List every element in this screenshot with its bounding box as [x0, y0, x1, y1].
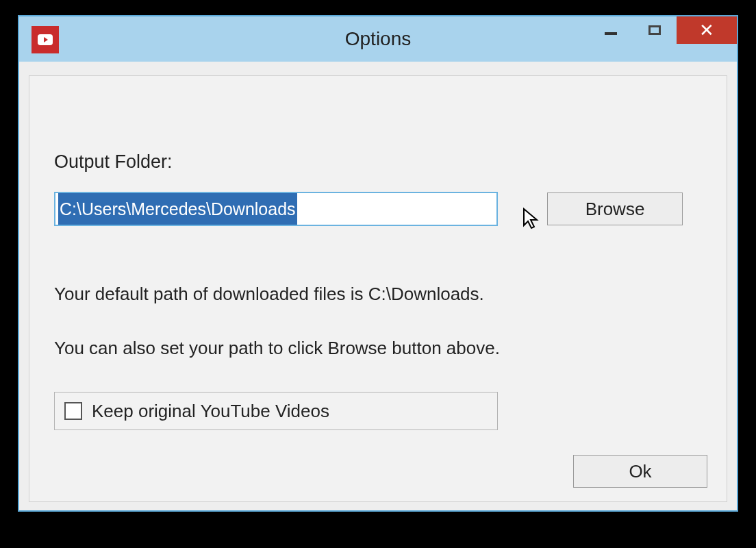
browse-button[interactable]: Browse: [547, 192, 683, 225]
titlebar[interactable]: Options ✕: [19, 16, 737, 62]
minimize-icon: [605, 32, 617, 35]
output-folder-label: Output Folder:: [54, 151, 702, 173]
minimize-button[interactable]: [589, 16, 633, 44]
output-path-input[interactable]: C:\Users\Mercedes\Downloads: [54, 192, 498, 226]
keep-original-label: Keep original YouTube Videos: [92, 401, 329, 422]
maximize-icon: [648, 25, 661, 35]
window-controls: ✕: [589, 16, 737, 44]
maximize-button[interactable]: [633, 16, 677, 44]
options-dialog: Options ✕ Output Folder: C:\Users\Merced…: [18, 15, 738, 512]
keep-original-option[interactable]: Keep original YouTube Videos: [54, 392, 498, 430]
keep-original-checkbox[interactable]: [64, 402, 82, 420]
youtube-icon: [38, 34, 53, 45]
app-icon: [32, 26, 59, 53]
close-icon: ✕: [699, 20, 714, 41]
output-folder-row: C:\Users\Mercedes\Downloads Browse: [54, 192, 702, 226]
close-button[interactable]: ✕: [677, 16, 737, 44]
browse-hint: You can also set your path to click Brow…: [54, 338, 702, 359]
selected-text: C:\Users\Mercedes\Downloads: [58, 193, 297, 225]
default-path-hint: Your default path of downloaded files is…: [54, 284, 702, 305]
content-panel: Output Folder: C:\Users\Mercedes\Downloa…: [29, 75, 727, 502]
ok-button[interactable]: Ok: [573, 455, 707, 488]
